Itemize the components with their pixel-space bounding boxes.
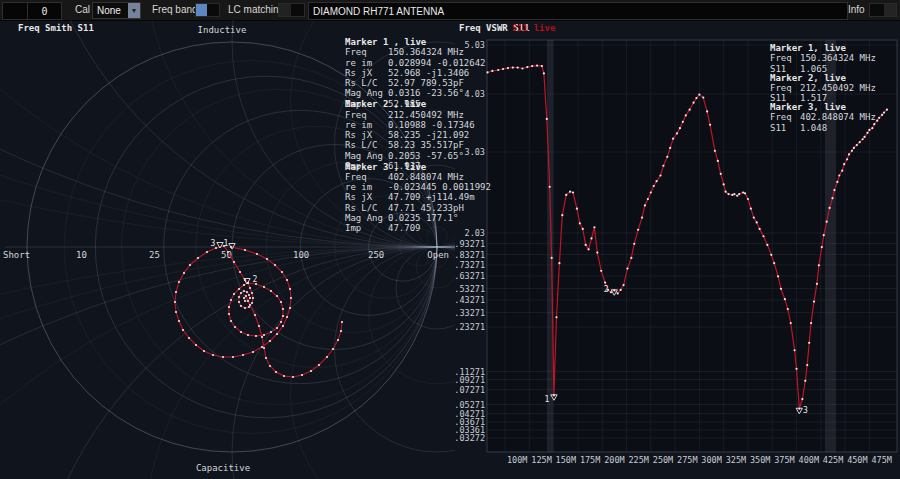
trace-point	[310, 370, 312, 372]
trace-point	[244, 300, 246, 302]
trace-point	[576, 208, 578, 210]
trace-point	[507, 67, 509, 69]
marker-info-row: Freq212.450492 MHz	[770, 83, 876, 93]
trace-point	[617, 292, 619, 294]
trace-point	[240, 305, 242, 307]
marker-info-value: 47.709 +j114.49m	[388, 192, 475, 202]
chevron-down-icon[interactable]: ▼	[128, 3, 140, 18]
vna-app-window: Cal None ▼ Freq bands LC matching Info F…	[0, 0, 900, 479]
trace-point	[692, 102, 694, 104]
smith-axis-label: 25	[149, 250, 160, 260]
trace-point	[183, 272, 185, 274]
marker-info-block-3: Marker 3 , liveFreq402.848074 MHzre im-0…	[345, 162, 491, 234]
trace-point	[546, 118, 548, 120]
marker-info-row: Freq212.450492 MHz	[345, 110, 475, 120]
trace-point	[281, 271, 283, 273]
marker-info-label: Rs jX	[345, 68, 388, 78]
trace-point	[626, 267, 628, 269]
marker-info-label: Freq	[770, 112, 800, 122]
trace-point	[717, 160, 719, 162]
trace-point	[543, 72, 545, 74]
freq-bands-toggle[interactable]	[195, 3, 220, 17]
marker-info-value: 0.028994 -0.012642	[388, 58, 486, 68]
trace-point	[249, 304, 251, 306]
trace-point	[244, 249, 246, 251]
trace-point	[175, 311, 177, 313]
trace-point	[808, 342, 810, 344]
trace-point	[318, 364, 320, 366]
trace-point	[883, 111, 885, 113]
trace-point	[679, 127, 681, 129]
trace-point	[282, 325, 284, 327]
marker-info-row: Mag Ang0.0316 -23.56°	[345, 88, 486, 98]
sweep-count-field[interactable]	[27, 2, 62, 20]
smith-axis-label: 10	[76, 250, 87, 260]
cal-dropdown[interactable]: None ▼	[92, 2, 141, 19]
trace-point	[733, 193, 735, 195]
trace-point	[282, 315, 284, 317]
trace-point	[731, 194, 733, 196]
trace-point	[531, 65, 533, 67]
trace-point	[804, 380, 806, 382]
smith-axis-label: Short	[3, 250, 30, 260]
marker-info-block-1: Marker 1, liveFreq150.364324 MHzS111.065	[770, 43, 876, 74]
trace-point	[230, 299, 232, 301]
marker-info-value: 0.10988 -0.17346	[388, 120, 475, 130]
trace-point	[787, 308, 789, 310]
y-tick-label: 1.23271	[455, 322, 485, 332]
marker-info-label: Mag Ang	[345, 213, 388, 223]
trace-point	[790, 322, 792, 324]
marker-info-block-3: Marker 3, liveFreq402.848074 MHzS111.048	[770, 102, 876, 133]
marker-info-label: Rs L/C	[345, 140, 388, 150]
trace-point	[286, 279, 288, 281]
trace-point	[251, 292, 253, 294]
trace-point	[261, 336, 263, 338]
trace-point	[561, 214, 563, 216]
trace-point	[252, 351, 254, 353]
trace-point	[280, 321, 282, 323]
trace-point	[276, 295, 278, 297]
marker-info-value: 402.848074 MHz	[800, 112, 876, 122]
marker-info-value: 212.450492 MHz	[388, 110, 464, 120]
trace-point	[724, 191, 726, 193]
marker-info-label: re im	[345, 182, 388, 192]
trace-point	[698, 93, 700, 95]
vswr-marker-number-3: 3	[803, 406, 808, 415]
trace-point	[727, 193, 729, 195]
trace-point	[263, 334, 265, 336]
trace-point	[582, 228, 584, 230]
lc-matching-toggle[interactable]	[278, 3, 305, 17]
antenna-name-input[interactable]	[308, 2, 848, 20]
trace-point	[326, 356, 328, 358]
marker-info-value: 58.23 35.517pF	[388, 140, 464, 150]
trace-point	[245, 295, 247, 297]
marker-info-value: 47.71 45.233pH	[388, 203, 464, 213]
trace-point	[247, 300, 249, 302]
trace-point	[551, 257, 553, 259]
trace-point	[810, 322, 812, 324]
trace-point	[644, 204, 646, 206]
trace-point	[723, 183, 725, 185]
trace-point	[249, 297, 251, 299]
smith-axis-label: 100	[293, 250, 309, 260]
trace-point	[269, 340, 271, 342]
trace-point	[189, 264, 191, 266]
info-toggle[interactable]	[869, 3, 897, 17]
lc-matching-label: LC matching	[228, 4, 284, 15]
trace-point	[228, 313, 230, 315]
trace-point	[280, 301, 282, 303]
toggle-knob-off	[884, 4, 896, 16]
marker-info-row: Freq150.364324 MHz	[345, 47, 486, 57]
trace-point	[175, 291, 177, 293]
trace-point	[738, 193, 740, 195]
trace-point	[720, 173, 722, 175]
marker-info-value: 150.364324 MHz	[388, 47, 464, 57]
smith-marker-number-2: 2	[253, 275, 258, 284]
trace-point	[517, 66, 519, 68]
tds-field[interactable]	[2, 2, 29, 20]
marker-info-row: Rs L/C58.23 35.517pF	[345, 140, 475, 150]
vswr-marker-number-2: 2	[604, 285, 609, 294]
marker-info-header: Marker 3, live	[770, 102, 876, 112]
trace-point	[742, 191, 744, 193]
trace-point	[243, 290, 245, 292]
